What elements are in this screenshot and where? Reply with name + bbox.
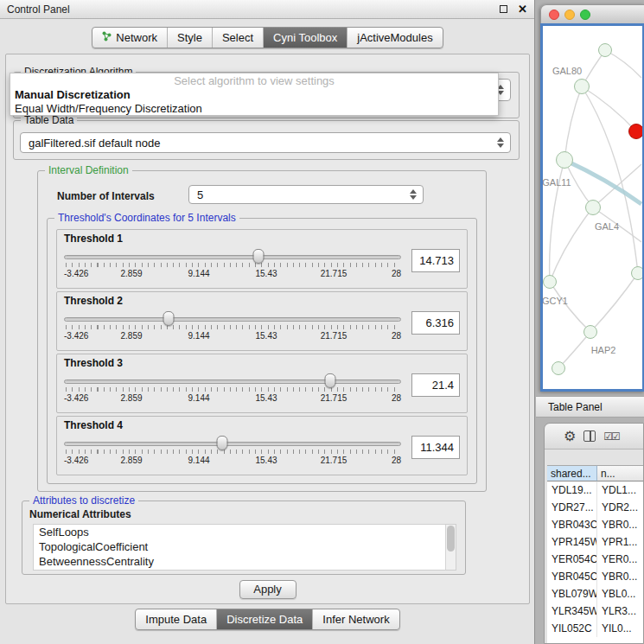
tab-label: Network [116, 31, 157, 44]
node-table: shared... n... YDL19...YDL1...YDR27...YD… [547, 465, 643, 643]
network-canvas[interactable]: GAL80GAL11GAL4GCY1HAP2 [540, 23, 644, 392]
control-panel-titlebar: Control Panel ✕ [0, 0, 534, 19]
scale-tick-label: 9.144 [188, 456, 209, 465]
table-row[interactable]: YBL079WYBL0... [547, 585, 643, 603]
tab-cyni-toolbox[interactable]: Cyni Toolbox [264, 28, 348, 48]
number-of-intervals-label: Number of Intervals [57, 190, 155, 202]
threshold-slider[interactable]: -3.4262.8599.14415.4321.71528 [64, 436, 401, 469]
threshold-label: Threshold 4 [64, 419, 460, 431]
cell-shared-name: YPR145W [547, 533, 597, 551]
cell-shared-name: YBR045C [547, 568, 597, 585]
scale-tick-label: -3.426 [64, 269, 88, 278]
slider-thumb[interactable] [325, 373, 336, 388]
apply-button[interactable]: Apply [239, 580, 296, 599]
network-node-gal11[interactable] [556, 151, 573, 169]
select-checkboxes-icon[interactable]: ☑☑ [603, 430, 619, 443]
column-header-name[interactable]: n... [597, 465, 643, 481]
threshold-value-input[interactable] [411, 311, 460, 335]
node-label: HAP2 [591, 345, 616, 355]
node-label: GAL11 [542, 177, 571, 188]
slider-thumb[interactable] [217, 436, 228, 450]
column-header-shared-name[interactable]: shared... [547, 465, 597, 481]
restore-icon[interactable] [500, 5, 507, 13]
number-of-intervals-value: 5 [197, 188, 407, 201]
table-data-combobox[interactable]: galFiltered.sif default node [20, 132, 511, 153]
slider-thumb[interactable] [163, 311, 174, 326]
table-row[interactable]: YBR043CYBR0... [547, 516, 643, 533]
zoom-traffic-light[interactable] [580, 10, 590, 20]
threshold-label: Threshold 2 [64, 295, 460, 307]
list-item[interactable]: BetweennessCentrality [34, 554, 456, 569]
scale-tick-label: 21.715 [321, 269, 348, 278]
network-icon [102, 31, 112, 44]
network-node[interactable] [628, 124, 644, 139]
threshold-value-input[interactable] [411, 436, 460, 459]
table-row[interactable]: YDR27...YDR2... [547, 499, 643, 516]
scale-tick-label: 21.715 [321, 393, 348, 403]
tab-select[interactable]: Select [213, 28, 264, 48]
threshold-slider[interactable]: -3.4262.8599.14415.4321.71528 [64, 373, 401, 406]
network-node[interactable] [631, 266, 644, 280]
tab-label: Impute Data [145, 613, 207, 626]
slider-ticks [66, 450, 399, 454]
columns-icon[interactable] [583, 430, 596, 442]
dropdown-placeholder: Select algorithm to view settings [10, 74, 498, 88]
table-row[interactable]: YBR045CYBR0... [547, 568, 643, 585]
dropdown-option-manual-discretization[interactable]: Manual Discretization [10, 88, 498, 102]
scale-tick-label: 15.43 [255, 331, 277, 341]
dropdown-option-equal-width-frequency[interactable]: Equal Width/Frequency Discretization [10, 102, 498, 116]
numerical-attributes-list[interactable]: SelfLoopsTopologicalCoefficientBetweenne… [33, 524, 456, 571]
threshold-value-input[interactable] [411, 373, 460, 397]
tab-discretize-data[interactable]: Discretize Data [217, 609, 313, 629]
threshold-value-input[interactable] [411, 249, 460, 272]
threshold-slider[interactable]: -3.4262.8599.14415.4321.71528 [64, 249, 401, 282]
slider-track [64, 255, 401, 259]
threshold-slider[interactable]: -3.4262.8599.14415.4321.71528 [64, 311, 401, 344]
minimize-traffic-light[interactable] [564, 10, 575, 20]
list-scrollbar[interactable] [445, 525, 456, 570]
table-row[interactable]: YPR145WYPR1... [547, 533, 643, 551]
table-row[interactable]: YIL052CYIL0... [547, 620, 643, 637]
network-node-gcy1[interactable] [543, 275, 557, 289]
tab-impute-data[interactable]: Impute Data [136, 609, 217, 629]
list-item[interactable]: SelfLoops [34, 525, 456, 539]
number-of-intervals-combobox[interactable]: 5 [188, 185, 424, 204]
table-panel-title: Table Panel [548, 401, 603, 413]
scrollbar-thumb[interactable] [447, 526, 455, 552]
scale-tick-label: 9.144 [188, 331, 209, 341]
slider-ticks [66, 325, 399, 329]
scale-tick-label: 15.43 [255, 393, 277, 403]
network-node[interactable] [598, 43, 612, 57]
close-icon[interactable]: ✕ [518, 3, 527, 15]
list-item[interactable]: TopologicalCoefficient [34, 539, 456, 554]
threshold-block-2: Threshold 2-3.4262.8599.14415.4321.71528 [56, 291, 468, 351]
tab-infer-network[interactable]: Infer Network [313, 609, 399, 629]
attributes-group: Attributes to discretize Numerical Attri… [22, 501, 466, 575]
gear-icon[interactable]: ⚙ [564, 430, 576, 443]
network-node-hap2[interactable] [583, 325, 597, 339]
tab-jactivemodules[interactable]: jActiveModules [348, 28, 442, 48]
network-window-titlebar [540, 4, 644, 23]
cell-name: YPR1... [597, 533, 643, 551]
node-label: GCY1 [542, 296, 568, 306]
control-panel-content: Discretization Algorithm Select algorith… [5, 54, 530, 604]
slider-track [64, 379, 401, 384]
close-traffic-light[interactable] [549, 10, 559, 20]
slider-thumb[interactable] [253, 249, 265, 264]
cell-shared-name: YIL052C [547, 620, 597, 637]
network-node-gal4[interactable] [585, 200, 601, 215]
table-row[interactable]: YDL19...YDL1... [547, 481, 643, 499]
attributes-group-title: Attributes to discretize [29, 494, 138, 507]
numerical-attributes-label: Numerical Attributes [29, 508, 131, 520]
network-node-gal80[interactable] [574, 79, 590, 94]
table-row[interactable]: YLR345WYLR3... [547, 603, 643, 620]
tab-style[interactable]: Style [168, 28, 213, 48]
tab-network[interactable]: Network [92, 28, 168, 48]
cell-shared-name: YDL19... [547, 481, 597, 499]
network-node[interactable] [552, 361, 565, 375]
cell-name: YDL1... [597, 481, 643, 499]
table-row[interactable]: YER054CYER0... [547, 551, 643, 568]
threshold-block-3: Threshold 3-3.4262.8599.14415.4321.71528 [56, 354, 468, 413]
cell-shared-name: YBR043C [547, 516, 597, 533]
cell-name: YDR2... [597, 499, 643, 516]
